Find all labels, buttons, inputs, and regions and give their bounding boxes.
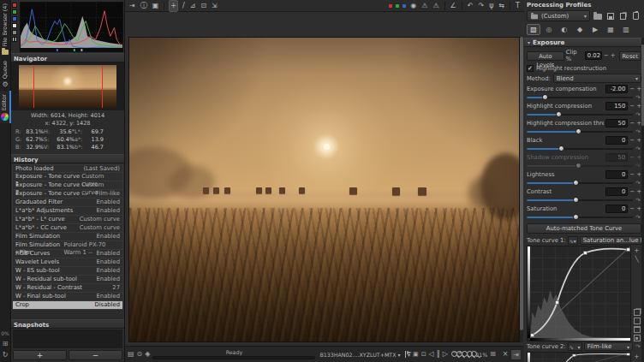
- soft-proofing-flag-icon[interactable]: [405, 351, 406, 358]
- curve-copy-icon[interactable]: [634, 309, 641, 316]
- next-image-icon[interactable]: ▷: [443, 349, 448, 359]
- slider-minus-button[interactable]: −: [629, 137, 635, 145]
- slider-knob[interactable]: [575, 128, 581, 134]
- green-channel-dot-icon[interactable]: [396, 4, 399, 8]
- info-panel-icon[interactable]: ▤: [128, 349, 134, 359]
- zoom-in-icon[interactable]: +: [456, 350, 458, 359]
- slider-value[interactable]: 0: [605, 205, 628, 213]
- histogram-green-toggle[interactable]: [12, 9, 17, 15]
- image-preview[interactable]: [128, 37, 520, 342]
- slider-minus-button[interactable]: −: [629, 103, 635, 110]
- slider-reset-icon[interactable]: ↷: [635, 128, 641, 135]
- slider-reset-icon[interactable]: ↷: [635, 94, 641, 101]
- slider-knob[interactable]: [556, 111, 562, 117]
- reset-button[interactable]: Reset: [619, 51, 641, 61]
- history-row[interactable]: W - ES sub-toolEnabled: [12, 267, 123, 276]
- slider-reset-icon[interactable]: ↷: [635, 197, 641, 204]
- tab-editor[interactable]: Editor: [0, 91, 11, 123]
- history-row[interactable]: Wavelet LevelsEnabled: [12, 258, 123, 267]
- slider-reset-icon[interactable]: ↷: [635, 180, 641, 187]
- prev-image-icon[interactable]: ◁: [429, 349, 434, 359]
- tone-curve-1-type-dropdown[interactable]: ∿▾: [568, 236, 578, 245]
- curve-load-icon[interactable]: [634, 326, 641, 333]
- tone-curve-1-mode-dropdown[interactable]: Saturation an...lue Blending ▾: [580, 236, 644, 245]
- slider-value[interactable]: -2.00: [605, 85, 628, 93]
- histogram-luma-toggle[interactable]: [12, 23, 17, 28]
- histogram-blue-toggle[interactable]: [12, 16, 17, 21]
- checkbox-checked-icon[interactable]: ✓: [527, 65, 534, 72]
- hand-pan-icon[interactable]: ◈: [145, 349, 150, 359]
- slider-reset-icon[interactable]: ↷: [635, 145, 641, 152]
- slider-knob[interactable]: [573, 214, 579, 220]
- history-row[interactable]: Film SimulationEnabled: [12, 233, 123, 241]
- slider-knob[interactable]: [573, 197, 579, 203]
- red-channel-dot-icon[interactable]: [389, 4, 392, 8]
- preview-vertical-scrollbar[interactable]: [520, 37, 523, 342]
- highlight-reconstruction-row[interactable]: ✓ Highlight reconstruction: [527, 65, 641, 72]
- profile-dropdown[interactable]: (Custom) ▾: [527, 10, 590, 21]
- history-row[interactable]: W - Residual sub-toolEnabled: [12, 276, 123, 284]
- tone-curve-2-reset-icon[interactable]: ↷: [635, 343, 641, 350]
- highlight-clip-warning-icon[interactable]: ⚠: [420, 1, 428, 11]
- tab-color[interactable]: ◐: [558, 24, 571, 35]
- image-info-icon[interactable]: ⓘ: [140, 1, 148, 11]
- slider-value[interactable]: 50: [605, 119, 628, 128]
- history-row[interactable]: Graduated FilterEnabled: [12, 199, 123, 207]
- snapshots-list[interactable]: [13, 329, 122, 348]
- rotate-left-icon[interactable]: ↶: [467, 1, 474, 11]
- edit-point-icon[interactable]: +: [635, 353, 640, 360]
- curve-paste-icon[interactable]: [634, 317, 641, 324]
- auto-matched-tone-curve-button[interactable]: Auto-matched Tone Curve: [527, 223, 641, 234]
- before-after-icon[interactable]: ▣: [152, 1, 160, 11]
- slider-minus-button[interactable]: −: [629, 188, 635, 196]
- zoom-out-icon[interactable]: −: [450, 350, 453, 359]
- method-dropdown[interactable]: Blend ▾: [553, 74, 641, 83]
- history-row[interactable]: Exposure - Tone curve 2Custom curve: [12, 181, 123, 190]
- tab-metadata[interactable]: ▥: [619, 24, 633, 35]
- slider-knob[interactable]: [542, 94, 548, 100]
- color-picker-tool-icon[interactable]: ⊿: [189, 1, 197, 11]
- hand-tool-icon[interactable]: +: [169, 0, 178, 12]
- slider-track[interactable]: [527, 197, 633, 204]
- clipped-preview-icon[interactable]: ⊡: [421, 349, 426, 359]
- slider-minus-button[interactable]: −: [629, 120, 635, 128]
- tone-curve-2-mode-dropdown[interactable]: Film-like ▾: [584, 342, 633, 351]
- tab-file-browser[interactable]: File Browser (4): [0, 0, 11, 57]
- paste-profile-button[interactable]: [630, 11, 641, 21]
- pipette-icon[interactable]: ╲: [635, 256, 638, 263]
- copy-profile-button[interactable]: [617, 11, 629, 21]
- zoom-fit-icon[interactable]: [461, 350, 463, 359]
- history-row[interactable]: W - Residual - Contrast27: [12, 284, 123, 293]
- text-tool-icon[interactable]: T: [515, 1, 521, 11]
- crop-tool-icon[interactable]: ⊡: [200, 1, 207, 11]
- focus-mask-icon[interactable]: ◉: [409, 1, 417, 11]
- level-tool-icon[interactable]: ∠: [450, 1, 457, 11]
- thumbnails-panel-icon[interactable]: ⊞: [3, 340, 9, 347]
- slider-track[interactable]: [527, 145, 633, 152]
- preferences-icon[interactable]: ↻: [3, 351, 9, 359]
- hide-right-panel-icon[interactable]: ⇥: [510, 349, 522, 360]
- auto-levels-button[interactable]: Auto Levels: [527, 51, 564, 61]
- slider-value[interactable]: 150: [605, 102, 628, 110]
- histogram-barmode-toggle[interactable]: [12, 37, 17, 42]
- tab-raw[interactable]: ▦: [604, 24, 617, 35]
- slider-track[interactable]: [527, 128, 633, 135]
- history-row-selected[interactable]: CropDisabled: [12, 301, 123, 310]
- tab-exposure[interactable]: ▧: [527, 24, 540, 35]
- slider-reset-icon[interactable]: ↷: [635, 111, 641, 118]
- edit-point-icon[interactable]: +: [635, 247, 640, 254]
- history-row[interactable]: Exposure - Tone curve 1Custom curve: [12, 173, 123, 181]
- remove-snapshot-button[interactable]: −: [69, 350, 122, 360]
- scrollbar-thumb[interactable]: [520, 37, 523, 330]
- slider-value[interactable]: 0: [605, 136, 628, 145]
- close-editor-icon[interactable]: ×: [503, 349, 509, 359]
- tab-transform[interactable]: ▶: [588, 24, 602, 35]
- slider-knob[interactable]: [573, 180, 579, 186]
- history-row[interactable]: L*a*b* AdjustmentsEnabled: [12, 207, 123, 216]
- blue-channel-dot-icon[interactable]: [402, 4, 406, 8]
- tone-curve-1-canvas[interactable]: [527, 246, 631, 341]
- slider-knob[interactable]: [558, 145, 564, 151]
- detail-window-icon[interactable]: ⊞: [490, 349, 496, 359]
- resize-tool-icon[interactable]: ⇲: [211, 1, 218, 11]
- slider-track[interactable]: [527, 180, 633, 187]
